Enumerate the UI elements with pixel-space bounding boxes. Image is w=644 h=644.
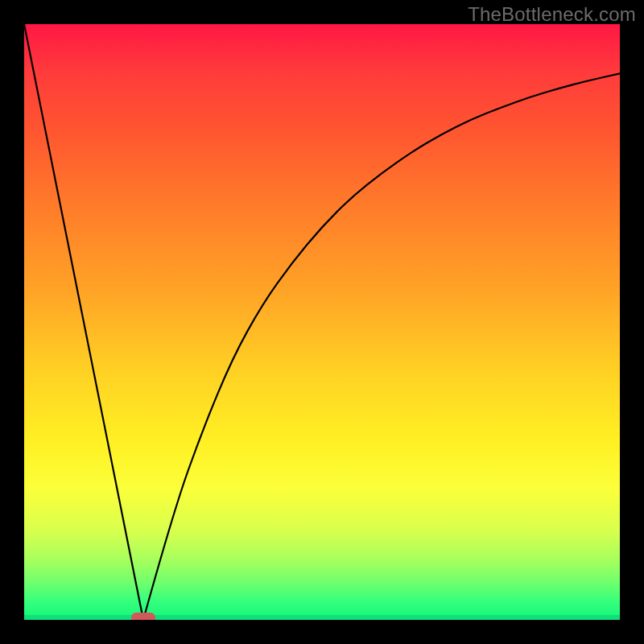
watermark-text: TheBottleneck.com [468, 3, 636, 26]
curve-path [24, 24, 620, 620]
bottleneck-curve [24, 24, 620, 620]
chart-frame: TheBottleneck.com [0, 0, 644, 644]
plot-area [24, 24, 620, 620]
bottleneck-marker [131, 613, 155, 620]
